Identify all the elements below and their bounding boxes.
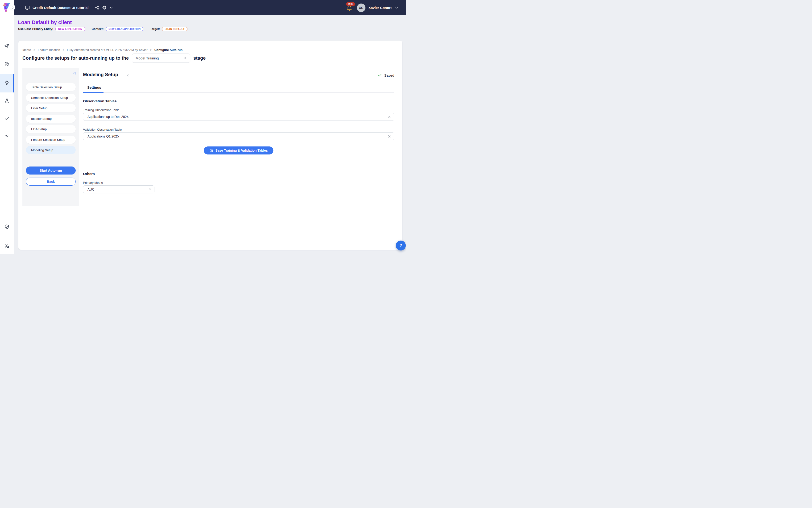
tab-settings[interactable]: Settings xyxy=(87,85,101,89)
validation-table-input[interactable]: Applications Q1 2025 xyxy=(83,132,394,140)
gear-icon[interactable] xyxy=(102,5,107,10)
select-chevrons-icon xyxy=(148,187,152,191)
sidebar-active-bar xyxy=(13,74,14,92)
primary-entity-badge: NEW APPLICATION xyxy=(55,27,85,31)
validation-table-value: Applications Q1 2025 xyxy=(87,134,119,138)
breadcrumb-separator: > xyxy=(34,48,35,52)
breadcrumb-ideate[interactable]: Ideate xyxy=(22,48,31,52)
help-button[interactable]: ? xyxy=(396,241,406,250)
context-label: Context: xyxy=(92,27,104,31)
sidebar xyxy=(0,0,14,254)
primary-metric-label: Primary Metric xyxy=(83,181,103,184)
primary-entity-label: Use Case Primary Entity: xyxy=(18,27,53,31)
project-menu-chevron-down-icon[interactable] xyxy=(109,6,113,10)
saved-status: Saved xyxy=(378,73,394,77)
lightbulb-icon[interactable] xyxy=(4,80,10,85)
step-modeling-setup[interactable]: Modeling Setup xyxy=(26,146,76,154)
save-icon xyxy=(209,149,213,152)
top-navbar: Credit Default Dataset UI tutorial 99 xyxy=(14,0,406,15)
observation-tables-title: Observation Tables xyxy=(83,99,117,103)
primary-metric-select[interactable]: AUC xyxy=(83,185,154,194)
modeling-setup-content: Modeling Setup Saved Settings Observatio… xyxy=(83,41,394,250)
section-divider xyxy=(83,164,394,164)
back-button[interactable]: Back xyxy=(26,178,76,185)
notifications-bell-icon[interactable]: 999+ xyxy=(346,5,353,11)
saved-label: Saved xyxy=(384,73,394,77)
featurebyte-logo-icon xyxy=(3,3,11,12)
configure-autorun-card: Ideate > Feature Ideation > Fully Automa… xyxy=(18,41,402,250)
expand-sidebar-button[interactable] xyxy=(10,5,15,10)
saved-check-icon xyxy=(378,73,382,77)
target-badge: LOAN DEFAULT xyxy=(162,27,187,31)
save-tables-label: Save Training & Validation Tables xyxy=(215,149,268,152)
target-label: Target: xyxy=(150,27,160,31)
others-title: Others xyxy=(83,172,95,176)
notification-count-badge: 999+ xyxy=(346,2,355,6)
training-table-value: Applications up to Dec 2024 xyxy=(87,115,129,119)
user-name[interactable]: Xavier Conort xyxy=(368,6,392,10)
project-title: Credit Default Dataset UI tutorial xyxy=(33,6,89,10)
monitor-icon xyxy=(25,5,30,10)
pulse-icon[interactable] xyxy=(4,133,10,139)
setup-steps-panel: Table Selection Setup Semantic Detection… xyxy=(22,68,79,206)
breadcrumb-feature-ideation[interactable]: Feature Ideation xyxy=(38,48,60,52)
primary-metric-value: AUC xyxy=(87,187,95,191)
panel-divider xyxy=(26,161,76,161)
clear-training-table-icon[interactable] xyxy=(388,115,391,119)
training-table-input[interactable]: Applications up to Dec 2024 xyxy=(83,113,394,121)
use-case-meta-row: Use Case Primary Entity: NEW APPLICATION… xyxy=(18,27,187,31)
step-ideation-setup[interactable]: Ideation Setup xyxy=(26,115,76,123)
context-badge: NEW LOAN APPLICATION xyxy=(106,27,143,31)
telescope-icon[interactable] xyxy=(4,43,10,49)
user-menu-chevron-down-icon[interactable] xyxy=(395,6,399,10)
clear-validation-table-icon[interactable] xyxy=(388,135,391,138)
tab-active-indicator xyxy=(83,92,103,93)
validation-table-label: Validation Observation Table xyxy=(83,128,122,131)
modeling-setup-title: Modeling Setup xyxy=(83,72,118,77)
shield-check-icon[interactable] xyxy=(4,224,10,230)
chevron-left-icon[interactable] xyxy=(126,73,130,77)
flask-icon[interactable] xyxy=(4,98,10,104)
head-gear-icon[interactable] xyxy=(4,61,10,67)
step-eda-setup[interactable]: EDA Setup xyxy=(26,125,76,133)
user-search-icon[interactable] xyxy=(4,243,10,249)
step-table-selection-setup[interactable]: Table Selection Setup xyxy=(26,83,76,91)
step-feature-selection-setup[interactable]: Feature Selection Setup xyxy=(26,136,76,143)
share-icon[interactable] xyxy=(95,5,99,10)
start-autorun-button[interactable]: Start Auto-run xyxy=(26,167,76,174)
page-title: Loan Default by client xyxy=(18,19,72,26)
avatar[interactable]: XC xyxy=(357,4,365,12)
training-table-label: Training Observation Table xyxy=(83,108,120,112)
collapse-panel-icon[interactable] xyxy=(72,71,76,75)
breadcrumb-separator: > xyxy=(63,48,64,52)
tab-underline xyxy=(83,92,394,93)
step-semantic-detection-setup[interactable]: Semantic Detection Setup xyxy=(26,94,76,102)
save-tables-button[interactable]: Save Training & Validation Tables xyxy=(204,146,273,155)
check-icon[interactable] xyxy=(4,116,10,121)
step-filter-setup[interactable]: Filter Setup xyxy=(26,104,76,112)
